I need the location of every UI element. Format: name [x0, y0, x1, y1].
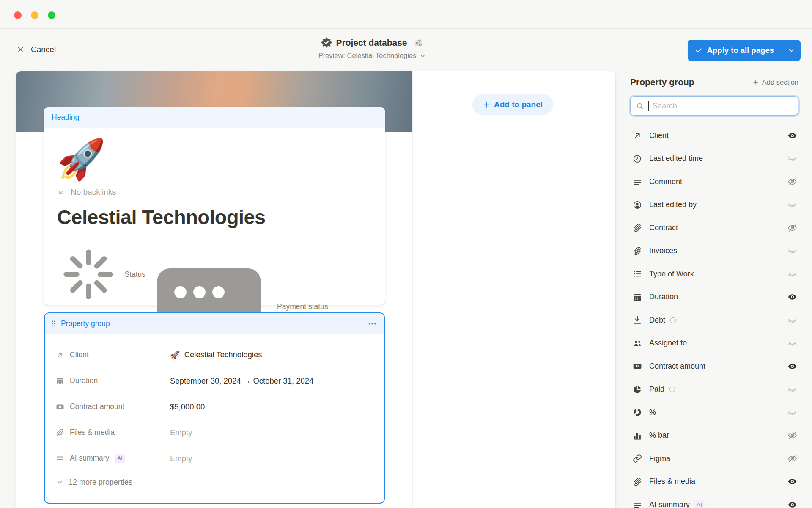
eye-slash-icon[interactable]: [787, 454, 797, 464]
eye-closed-icon[interactable]: [787, 269, 797, 279]
cancel-label: Cancel: [31, 45, 56, 54]
sidebar-item-figma[interactable]: Figma: [630, 447, 798, 470]
eye-slash-icon[interactable]: [787, 431, 797, 440]
sidebar-item-comment[interactable]: Comment: [630, 170, 798, 193]
panel-divider: [412, 71, 413, 508]
sidebar-title: Property group: [630, 77, 694, 87]
eye-icon[interactable]: [787, 292, 797, 302]
chevron-down-icon: [787, 47, 795, 54]
text-cursor: [648, 101, 649, 111]
sidebar-item-assignet-to[interactable]: Assignet to: [630, 332, 798, 355]
more-options-icon[interactable]: [368, 319, 377, 329]
sidebar-item-label: %: [649, 408, 656, 417]
property-group-label: Property group: [61, 319, 110, 328]
eye-slash-icon[interactable]: [787, 223, 797, 233]
arrow-up-right-icon: [633, 131, 642, 140]
property-group-card[interactable]: Property group Client 🚀Celestial Technol…: [44, 312, 385, 504]
property-row-duration[interactable]: Duration September 30, 2024 → October 31…: [56, 368, 374, 394]
property-label: Client: [70, 351, 89, 359]
page-preview-canvas: Add to panel Heading 🚀 No backlinks Cele…: [16, 71, 615, 508]
property-value: $5,000.00: [170, 402, 205, 411]
sidebar-item-debt[interactable]: Debt: [630, 309, 798, 332]
eye-icon[interactable]: [787, 500, 797, 508]
property-label: AI summary: [70, 454, 109, 463]
search-icon: [636, 102, 644, 110]
apply-to-all-pages-button[interactable]: Apply to all pages: [688, 40, 801, 61]
sidebar-item-pct-bar[interactable]: % bar: [630, 424, 798, 447]
sidebar-item-contract[interactable]: Contract: [630, 216, 798, 240]
more-properties-label: 12 more properties: [69, 478, 132, 487]
property-group-rows: Client 🚀Celestial Technologies Duration …: [45, 334, 384, 493]
sidebar-item-contract-amount[interactable]: Contract amount: [630, 355, 798, 378]
sidebar-item-paid[interactable]: Paid: [630, 378, 798, 401]
property-value: 🚀Celestial Technologies: [170, 350, 262, 360]
sidebar-item-ai-summary[interactable]: AI summary AI: [630, 493, 798, 508]
page-title: Project database: [336, 38, 407, 48]
close-window-button[interactable]: [14, 11, 22, 19]
property-value: Empty: [170, 454, 192, 463]
backlinks-label: No backlinks: [71, 188, 116, 197]
sidebar-item-label: Comment: [649, 177, 682, 186]
window-titlebar: [0, 0, 812, 29]
pie2-icon: [633, 408, 642, 417]
sidebar-item-client[interactable]: Client: [630, 124, 798, 147]
clock-icon: [633, 154, 642, 163]
eye-closed-icon[interactable]: [787, 338, 797, 348]
eye-closed-icon[interactable]: [787, 200, 797, 210]
heading-section-card: Heading 🚀 No backlinks Celestial Technol…: [44, 107, 385, 305]
apply-label: Apply to all pages: [707, 46, 774, 55]
eye-icon[interactable]: [787, 477, 797, 486]
page-icon-emoji[interactable]: 🚀: [57, 136, 370, 182]
search-input[interactable]: Search...: [630, 96, 798, 116]
sidebar-item-label: Debt: [649, 316, 665, 325]
layout-settings-icon[interactable]: [414, 38, 423, 47]
backlinks-row[interactable]: No backlinks: [57, 188, 370, 197]
sidebar-item-pct[interactable]: %: [630, 401, 798, 424]
apply-dropdown-toggle[interactable]: [782, 40, 801, 61]
sidebar-item-label: Last edited by: [649, 200, 697, 209]
property-row-client[interactable]: Client 🚀Celestial Technologies: [56, 342, 374, 368]
eye-closed-icon[interactable]: [787, 315, 797, 325]
sidebar-item-label: Invoices: [649, 246, 677, 255]
more-properties-toggle[interactable]: 12 more properties: [56, 471, 374, 493]
sidebar-item-label: Paid: [649, 385, 664, 394]
eye-closed-icon[interactable]: [787, 384, 797, 394]
client-page-link[interactable]: Celestial Technologies: [184, 350, 262, 360]
minimize-window-button[interactable]: [31, 11, 38, 19]
property-row-files-media[interactable]: Files & media Empty: [56, 420, 374, 445]
paperclip-icon: [633, 246, 642, 256]
eye-closed-icon[interactable]: [787, 154, 797, 163]
add-to-panel-button[interactable]: Add to panel: [472, 94, 553, 115]
arrow-up-right-icon: [56, 351, 64, 359]
sidebar-item-last-edited-by[interactable]: Last edited by: [630, 193, 798, 217]
eye-icon[interactable]: [787, 362, 797, 371]
eye-closed-icon[interactable]: [787, 408, 797, 417]
traffic-lights: [14, 11, 55, 19]
property-row-contract-amount[interactable]: Contract amount $5,000.00: [56, 394, 374, 420]
pie-icon: [633, 385, 642, 394]
burst-icon: [57, 243, 120, 306]
sidebar-item-duration[interactable]: Duration: [630, 286, 798, 309]
preview-selector[interactable]: Preview: Celestial Technologies: [318, 52, 426, 60]
check-icon: [695, 47, 702, 54]
sidebar-item-type-of-work[interactable]: Type of Work: [630, 262, 798, 286]
property-group-header: Property group: [45, 313, 384, 334]
cancel-button[interactable]: Cancel: [16, 42, 56, 57]
drag-handle-icon[interactable]: [49, 320, 58, 328]
maximize-window-button[interactable]: [48, 11, 55, 19]
sidebar-item-label: AI summary: [649, 500, 690, 508]
property-value: Empty: [170, 428, 192, 437]
heading-section-header[interactable]: Heading: [44, 107, 385, 128]
sidebar-item-label: % bar: [649, 431, 669, 440]
eye-icon[interactable]: [787, 131, 797, 141]
eye-closed-icon[interactable]: [787, 246, 797, 256]
header-title-block: Project database Preview: Celestial Tech…: [318, 37, 426, 60]
sidebar-item-invoices[interactable]: Invoices: [630, 240, 798, 263]
add-section-button[interactable]: Add section: [752, 78, 798, 86]
property-row-ai-summary[interactable]: AI summary AI Empty: [56, 445, 374, 471]
sidebar-item-last-edited-time[interactable]: Last edited time: [630, 147, 798, 171]
sidebar-item-files-media[interactable]: Files & media: [630, 470, 798, 494]
plus-icon: [752, 79, 759, 86]
eye-slash-icon[interactable]: [787, 177, 797, 187]
info-icon: [669, 317, 677, 324]
